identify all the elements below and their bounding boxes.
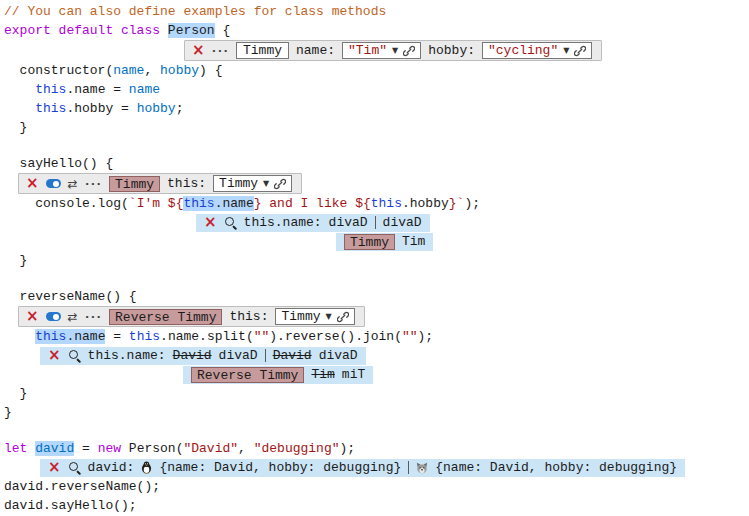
code-text: ) { [199, 63, 222, 78]
example-chip[interactable]: Reverse Timmy [191, 367, 304, 383]
this-value-dropdown[interactable]: Timmy▼ [275, 308, 354, 325]
result-widget: Reverse Timmy Tim miT [183, 366, 373, 384]
sayhello-example-row: × ⇄ ••• Timmy this: Timmy▼ [18, 173, 749, 194]
reversename-log-row: × this.name: David divaD David divaD [40, 346, 749, 365]
value-runtime-1: {name: David, hobby: debugging} [159, 460, 401, 475]
old-value-runtime-2: David [273, 348, 312, 363]
example-chip[interactable]: Timmy [109, 176, 160, 192]
this-label: this: [167, 176, 206, 191]
this-keyword: this [129, 329, 160, 344]
code-text: { [215, 23, 231, 38]
sayhello-result-row: Timmy Tim [336, 232, 749, 251]
code-text: ); [464, 196, 480, 211]
example-chip[interactable]: Timmy [344, 234, 395, 250]
chevron-down-icon: ▼ [392, 46, 398, 55]
reversename-result-row: Reverse Timmy Tim miT [183, 365, 749, 384]
link-icon[interactable] [403, 45, 415, 57]
example-name-input[interactable]: Timmy [236, 42, 289, 59]
class-name-token: Person [168, 23, 215, 38]
assign-hobby-line: this.hobby = hobby; [4, 99, 749, 118]
class-declaration-line: export default class Person { [4, 21, 749, 40]
code-text: = [74, 441, 97, 456]
value-runtime-2: divaD [319, 348, 358, 363]
this-value-dropdown[interactable]: Timmy▼ [213, 175, 292, 192]
string-literal: "" [402, 329, 418, 344]
value-runtime-1: divaD [219, 348, 258, 363]
close-brace-line: } [4, 251, 749, 270]
result-value: miT [342, 367, 365, 382]
menu-dots-icon[interactable]: ••• [212, 46, 229, 55]
class-example-row: × ••• Timmy name: "Tim"▼ hobby: "cycling… [184, 40, 749, 61]
code-editor: { "colors": { "keyword": "#af00db", "str… [0, 0, 749, 516]
magnifier-icon[interactable] [68, 461, 81, 474]
toggle-icon[interactable] [46, 312, 61, 321]
value-runtime-1: divaD [329, 215, 368, 230]
old-value-runtime-1: David [173, 348, 212, 363]
hobby-value: "cycling" [488, 43, 558, 58]
string-literal: "David" [183, 441, 238, 456]
close-icon[interactable]: × [48, 460, 61, 475]
console-log-line: console.log(`I'm ${this.name} and I like… [4, 194, 749, 213]
inspected-token[interactable]: this.name [183, 196, 253, 211]
link-icon[interactable] [574, 45, 586, 57]
menu-dots-icon[interactable]: ••• [85, 312, 102, 321]
new-keyword: new [98, 441, 129, 456]
hobby-label: hobby: [428, 43, 475, 58]
chevron-down-icon: ▼ [563, 46, 569, 55]
reversename-example-widget: × ⇄ ••• Reverse Timmy this: Timmy▼ [18, 306, 365, 327]
close-icon[interactable]: × [26, 176, 39, 191]
this-label: this: [229, 309, 268, 324]
name-value-dropdown[interactable]: "Tim"▼ [342, 42, 421, 59]
code-text [4, 82, 35, 97]
close-icon[interactable]: × [26, 309, 39, 324]
blank-line [4, 422, 749, 439]
code-text [4, 329, 35, 344]
inspected-expression: this.name: [88, 348, 166, 363]
inspection-widget: × this.name: David divaD David divaD [40, 347, 366, 365]
old-result-value: Tim [311, 367, 334, 382]
call-sayhello-line: david.sayHello(); [4, 496, 749, 515]
magnifier-icon[interactable] [68, 349, 81, 362]
code-text: ; [176, 101, 184, 116]
this-value: Timmy [219, 176, 258, 191]
wolf-icon [416, 462, 428, 474]
close-brace-line: } [4, 118, 749, 137]
name-value: "Tim" [348, 43, 387, 58]
swap-arrows-icon[interactable]: ⇄ [68, 177, 78, 191]
example-chip[interactable]: Reverse Timmy [109, 309, 222, 325]
code-text: = [105, 329, 128, 344]
david-log-row: × david: {name: David, hobby: debugging}… [40, 458, 749, 477]
hobby-value-dropdown[interactable]: "cycling"▼ [482, 42, 592, 59]
param-ref: hobby [137, 101, 176, 116]
menu-dots-icon[interactable]: ••• [85, 179, 102, 188]
this-keyword: this [35, 82, 66, 97]
chevron-down-icon: ▼ [326, 312, 332, 321]
code-text: , [238, 441, 254, 456]
param-name: name [113, 63, 144, 78]
code-area: // You can also define examples for clas… [0, 0, 749, 515]
close-icon[interactable]: × [204, 215, 217, 230]
class-close-brace-line: } [4, 403, 749, 422]
inspection-widget: × david: {name: David, hobby: debugging}… [40, 459, 685, 477]
link-icon[interactable] [274, 178, 286, 190]
code-text: .name.split( [160, 329, 254, 344]
code-text: , [144, 63, 160, 78]
swap-arrows-icon[interactable]: ⇄ [68, 310, 78, 324]
magnifier-icon[interactable] [224, 216, 237, 229]
interp-open: ${ [168, 196, 184, 211]
name-label: name: [296, 43, 335, 58]
inspected-token[interactable]: this.name [35, 329, 105, 344]
class-example-widget: × ••• Timmy name: "Tim"▼ hobby: "cycling… [184, 40, 602, 61]
let-keyword: let [4, 441, 35, 456]
this-value: Timmy [281, 309, 320, 324]
toggle-icon[interactable] [46, 179, 61, 188]
close-brace-line: } [4, 384, 749, 403]
property-name: .name [215, 196, 254, 211]
this-keyword: this [183, 196, 214, 211]
close-icon[interactable]: × [48, 348, 61, 363]
close-icon[interactable]: × [192, 43, 205, 58]
link-icon[interactable] [337, 311, 349, 323]
reversename-declaration-line: reverseName() { [4, 287, 749, 306]
code-text: .name = [66, 82, 128, 97]
comment-line: // You can also define examples for clas… [4, 2, 749, 21]
